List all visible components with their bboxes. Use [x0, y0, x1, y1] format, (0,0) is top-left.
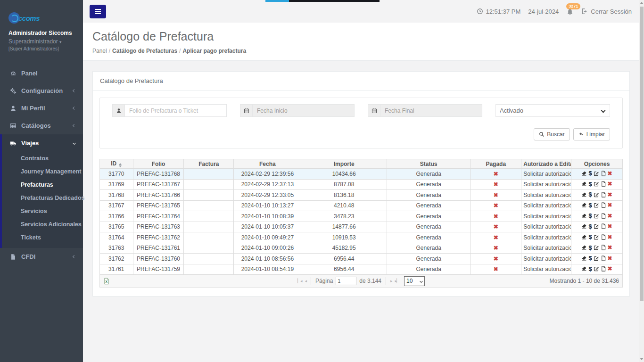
prev-page-button[interactable]: ◂ [305, 279, 306, 283]
table-row[interactable]: 31767PREFAC-1317652024-01-10 10:13:27421… [100, 200, 623, 211]
eraser-icon[interactable] [581, 213, 587, 219]
delete-icon[interactable]: ✖ [608, 255, 612, 261]
table-row[interactable]: 31763PREFAC-1317612024-01-10 09:00:26451… [100, 243, 623, 254]
page-scrollbar[interactable] [639, 0, 644, 362]
eraser-icon[interactable] [581, 171, 587, 176]
edit-icon[interactable] [594, 192, 599, 197]
fecha-inicio-input[interactable] [253, 105, 354, 116]
sidebar-subitem-servicios[interactable]: Servicios [2, 205, 83, 218]
sidebar-subitem-prefacturas[interactable]: Prefacturas [2, 178, 83, 191]
sidebar-subitem-journey-management[interactable]: Journey Management [2, 165, 83, 178]
pdf-icon[interactable] [601, 181, 606, 187]
col-header-opciones[interactable]: Opciones [571, 159, 623, 169]
eraser-icon[interactable] [581, 192, 587, 197]
col-header-folio[interactable]: Folio [133, 159, 184, 169]
scrollbar-thumb[interactable] [640, 7, 644, 301]
col-header-pagada[interactable]: Pagada [471, 159, 521, 169]
delete-icon[interactable]: ✖ [608, 202, 612, 208]
eraser-icon[interactable] [581, 223, 587, 229]
fecha-final-input[interactable] [380, 105, 482, 116]
apply-payment-icon[interactable]: $ [588, 255, 592, 261]
sidebar-item-cfdi[interactable]: CFDI [0, 248, 83, 265]
estado-select[interactable]: Activado [496, 105, 610, 116]
pdf-icon[interactable] [601, 245, 606, 250]
last-page-button[interactable]: ▸▏ [395, 279, 399, 283]
edit-icon[interactable] [594, 245, 599, 250]
page-size-select[interactable]: 10 [405, 277, 424, 286]
apply-payment-icon[interactable]: $ [588, 245, 592, 251]
pdf-icon[interactable] [601, 213, 606, 219]
export-excel-button[interactable]: X [103, 278, 110, 285]
limpiar-button[interactable]: Limpiar [573, 128, 610, 140]
cell-autorizado[interactable]: Solicitar autorización [521, 254, 571, 264]
apply-payment-icon[interactable]: $ [588, 213, 592, 219]
cell-autorizado[interactable]: Solicitar autorización [521, 243, 571, 254]
cell-autorizado[interactable]: Solicitar autorización [521, 200, 571, 211]
pdf-icon[interactable] [601, 202, 606, 208]
delete-icon[interactable]: ✖ [608, 192, 612, 197]
breadcrumb-catalogo[interactable]: Catálogo de Prefacturas [112, 48, 177, 54]
col-header-status[interactable]: Status [387, 159, 470, 169]
col-header-factura[interactable]: Factura [184, 159, 234, 169]
apply-payment-icon[interactable]: $ [588, 223, 592, 230]
next-page-button[interactable]: ▸ [390, 279, 392, 283]
delete-icon[interactable]: ✖ [608, 213, 612, 219]
logout-button[interactable]: Cerrar Sessión [581, 8, 632, 15]
breadcrumb-panel[interactable]: Panel [92, 48, 107, 54]
page-number-input[interactable] [336, 277, 356, 285]
col-header-importe[interactable]: Importe [301, 159, 387, 169]
eraser-icon[interactable] [581, 245, 587, 250]
delete-icon[interactable]: ✖ [608, 266, 612, 272]
scroll-down-arrow[interactable] [640, 358, 644, 360]
buscar-button[interactable]: Buscar [534, 128, 570, 140]
table-row[interactable]: 31769PREFAC-1317672024-02-29 12:37:13878… [100, 179, 623, 190]
pdf-icon[interactable] [601, 234, 606, 240]
cell-autorizado[interactable]: Solicitar autorización [521, 264, 571, 275]
eraser-icon[interactable] [581, 266, 587, 272]
table-row[interactable]: 31762PREFAC-1317602024-01-10 08:56:56695… [100, 254, 623, 264]
table-row[interactable]: 31764PREFAC-1317622024-01-10 09:49:27109… [100, 232, 623, 243]
apply-payment-icon[interactable]: $ [588, 170, 592, 176]
pdf-icon[interactable] [601, 192, 606, 197]
apply-payment-icon[interactable]: $ [588, 191, 592, 197]
eraser-icon[interactable] [581, 234, 587, 240]
pdf-icon[interactable] [601, 171, 606, 176]
cell-autorizado[interactable]: Solicitar autorización [521, 211, 571, 222]
cell-autorizado[interactable]: Solicitar autorización [521, 222, 571, 232]
apply-payment-icon[interactable]: $ [588, 234, 592, 240]
sidebar-subitem-prefacturas-dedicados[interactable]: Prefacturas Dedicados [2, 191, 83, 205]
cell-autorizado[interactable]: Solicitar autorización [521, 232, 571, 243]
pdf-icon[interactable] [601, 266, 606, 272]
cell-autorizado[interactable]: Solicitar autorización [521, 190, 571, 201]
sidebar-subitem-contratos[interactable]: Contratos [2, 152, 83, 165]
pdf-icon[interactable] [601, 223, 606, 229]
apply-payment-icon[interactable]: $ [588, 266, 592, 272]
sidebar-item-panel[interactable]: Panel [0, 65, 83, 82]
table-row[interactable]: 31770PREFAC-1317682024-02-29 12:39:56104… [100, 169, 623, 180]
apply-payment-icon[interactable]: $ [588, 181, 592, 187]
table-row[interactable]: 31765PREFAC-1317632024-01-10 10:05:37148… [100, 222, 623, 232]
edit-icon[interactable] [594, 213, 599, 219]
cell-autorizado[interactable]: Solicitar autorización [521, 169, 571, 180]
edit-icon[interactable] [594, 266, 599, 272]
eraser-icon[interactable] [581, 181, 587, 187]
delete-icon[interactable]: ✖ [608, 223, 612, 229]
col-header-fecha[interactable]: Fecha [234, 159, 301, 169]
first-page-button[interactable]: ▏◂ [297, 279, 302, 283]
cell-autorizado[interactable]: Solicitar autorización [521, 179, 571, 190]
sidebar-item-viajes[interactable]: Viajes [2, 134, 83, 152]
table-row[interactable]: 31768PREFAC-1317662024-02-29 12:33:05813… [100, 190, 623, 201]
eraser-icon[interactable] [581, 202, 587, 208]
sidebar-toggle-button[interactable] [90, 5, 106, 18]
col-header-autorizado[interactable]: Autorizado a Editar [521, 159, 571, 169]
table-row[interactable]: 31766PREFAC-1317642024-01-10 10:08:39347… [100, 211, 623, 222]
pdf-icon[interactable] [601, 255, 606, 261]
edit-icon[interactable] [594, 171, 599, 176]
edit-icon[interactable] [594, 223, 599, 229]
delete-icon[interactable]: ✖ [608, 234, 612, 240]
edit-icon[interactable] [594, 181, 599, 187]
sidebar-subitem-servicios-adicionales[interactable]: Servicios Adicionales [2, 218, 83, 231]
folio-input[interactable] [125, 105, 226, 116]
delete-icon[interactable]: ✖ [608, 181, 612, 187]
apply-payment-icon[interactable]: $ [588, 202, 592, 208]
